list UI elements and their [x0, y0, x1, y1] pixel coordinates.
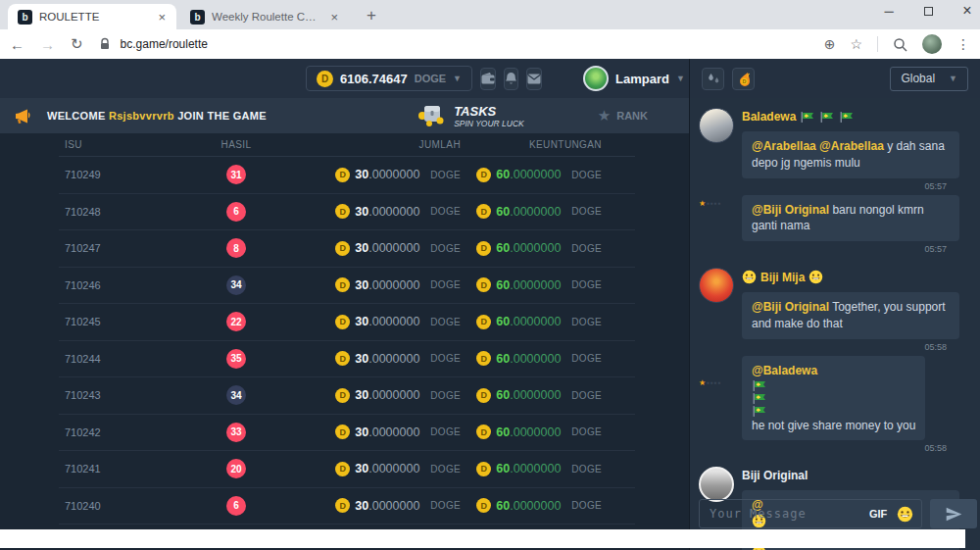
browser-menu-icon[interactable]: ⋮ — [956, 36, 970, 52]
user-mention[interactable]: @Arabellaa — [819, 139, 884, 153]
bookmark-star-icon[interactable]: ☆ — [850, 36, 862, 52]
bcgame-favicon-icon: b — [18, 10, 32, 25]
close-window-button[interactable]: × — [960, 2, 974, 20]
issue-id: 710246 — [59, 279, 192, 291]
table-row[interactable]: 71024233D30.0000000DOGED60.0000000DOGE — [59, 415, 635, 452]
grin-emoji-icon — [742, 270, 757, 284]
doge-coin-icon: D — [317, 71, 333, 87]
chat-messages[interactable]: Baladewa @Arabellaa @Arabellaa y dah san… — [690, 98, 980, 550]
flag-emoji-icon — [800, 111, 815, 124]
chat-username[interactable]: Biji Original — [742, 469, 972, 482]
search-icon[interactable] — [893, 37, 907, 52]
chat-message[interactable]: @Biji Original Together, you support and… — [742, 292, 972, 339]
user-mention[interactable]: @Baladewa — [752, 364, 817, 377]
chat-message[interactable]: @Baladewa he not give share money to you… — [742, 356, 972, 441]
doge-coin-icon: D — [335, 351, 350, 366]
header-amount: JUMLAH — [280, 139, 466, 150]
welcome-message: WELCOME Rsjsbvvrvrb JOIN THE GAME — [47, 110, 267, 122]
address-bar[interactable]: bc.game/roulette — [99, 37, 824, 51]
chat-username[interactable]: Biji Mija — [742, 270, 972, 284]
tab-weekly-challenge[interactable]: b Weekly Roulette Challenge - Win × — [180, 4, 349, 29]
forward-icon[interactable]: → — [40, 36, 55, 53]
table-row[interactable]: 7102406D30.0000000DOGED60.0000000DOGE — [59, 488, 635, 525]
bet-amount: D30.0000000DOGE — [335, 315, 466, 329]
profit-amount: D60.0000000DOGE — [476, 241, 635, 256]
user-avatar — [583, 66, 609, 91]
gif-button[interactable]: GIF — [869, 508, 887, 520]
emoji-picker-button[interactable] — [897, 506, 913, 523]
flag-emoji-icon — [839, 111, 855, 124]
table-row[interactable]: 71024334D30.0000000DOGED60.0000000DOGE — [59, 377, 635, 415]
table-row[interactable]: 71024120D30.0000000DOGED60.0000000DOGE — [59, 451, 635, 488]
message-timestamp: 05:57 — [924, 181, 947, 191]
chat-avatar[interactable] — [699, 467, 734, 502]
doge-coin-icon: D — [476, 388, 491, 403]
close-tab-icon[interactable]: × — [155, 10, 169, 25]
browser-navbar: ← → ↻ bc.game/roulette ⊕ ☆ ⋮ — [0, 29, 980, 59]
flag-emoji-icon — [752, 379, 767, 392]
table-row[interactable]: 7102486D30.0000000DOGED60.0000000DOGE — [59, 194, 635, 231]
tab-roulette[interactable]: b ROULETTE × — [8, 4, 176, 29]
table-row[interactable]: 71024634D30.0000000DOGED60.0000000DOGE — [59, 268, 635, 305]
balance-amount: 6106.74647 — [340, 72, 408, 86]
chat-avatar[interactable] — [699, 108, 734, 143]
chat-message[interactable]: @Biji Original baru nongol kmrn ganti na… — [742, 195, 972, 242]
user-mention[interactable]: @Biji Original — [752, 300, 829, 314]
maximize-button[interactable] — [921, 4, 935, 19]
chat-avatar[interactable] — [699, 268, 734, 303]
smiley-emoji-icon — [897, 506, 913, 523]
rank-star-icon: ★ — [598, 107, 611, 125]
issue-id: 710241 — [59, 463, 192, 475]
message-bubble: @Baladewa he not give share money to you — [742, 356, 925, 441]
treasure-chest-icon — [416, 103, 446, 128]
plus-circle-icon[interactable]: ⊕ — [824, 36, 836, 52]
chat-message-input[interactable] — [700, 507, 869, 521]
user-mention[interactable]: @Biji Original — [752, 203, 829, 217]
rank-shortcut[interactable]: ★ RANK — [598, 107, 648, 125]
send-plane-icon — [946, 507, 962, 522]
issue-id: 710244 — [59, 353, 192, 365]
tab-title: Weekly Roulette Challenge - Win — [212, 11, 321, 23]
back-icon[interactable]: ← — [10, 36, 24, 53]
notifications-button[interactable] — [504, 68, 518, 90]
tasks-shortcut[interactable]: TASKS SPIN YOUR LUCK — [416, 103, 524, 128]
tasks-subtitle: SPIN YOUR LUCK — [454, 119, 524, 128]
balance-selector[interactable]: D 6106.74647 DOGE ▼ — [306, 66, 472, 91]
profit-amount: D60.0000000DOGE — [476, 168, 635, 182]
profit-amount: D60.0000000DOGE — [476, 425, 635, 439]
profit-amount: D60.0000000DOGE — [476, 277, 635, 292]
chat-username-text: Biji Mija — [760, 271, 805, 284]
tab-strip: b ROULETTE × b Weekly Roulette Challenge… — [0, 0, 980, 29]
chat-username[interactable]: Baladewa — [742, 110, 972, 124]
chat-message[interactable]: @Arabellaa @Arabellaa y dah sana depo jg… — [742, 131, 972, 178]
profit-amount: D60.0000000DOGE — [476, 351, 635, 366]
bet-amount: D30.0000000DOGE — [335, 168, 466, 182]
user-mention[interactable]: @Arabellaa — [752, 139, 816, 153]
user-menu[interactable]: Lampard ▼ — [583, 66, 685, 91]
send-message-button[interactable] — [930, 499, 977, 528]
rain-button[interactable] — [702, 68, 724, 90]
table-row[interactable]: 71024435D30.0000000DOGED60.0000000DOGE — [59, 341, 635, 378]
page-bottom-whitespace — [0, 529, 965, 548]
chat-room-label: Global — [901, 72, 935, 85]
chat-room-selector[interactable]: Global ▼ — [890, 67, 968, 91]
doge-coin-icon: D — [335, 388, 350, 403]
wallet-button[interactable] — [480, 68, 496, 90]
new-tab-button[interactable]: + — [359, 6, 384, 25]
mail-icon — [527, 74, 541, 84]
table-row[interactable]: 71024931D30.0000000DOGED60.0000000DOGE — [59, 157, 635, 194]
chat-input-box[interactable]: GIF — [699, 499, 922, 528]
chat-username-text: Biji Original — [742, 469, 808, 482]
close-tab-icon[interactable]: × — [327, 10, 341, 25]
messages-button[interactable] — [526, 68, 542, 90]
result-badge: 34 — [226, 275, 246, 295]
coin-drop-button[interactable]: D — [732, 68, 755, 90]
result-badge: 6 — [226, 496, 246, 516]
table-row[interactable]: 71024522D30.0000000DOGED60.0000000DOGE — [59, 304, 635, 341]
table-row[interactable]: 7102478D30.0000000DOGED60.0000000DOGE — [59, 230, 635, 268]
refresh-icon[interactable]: ↻ — [71, 35, 83, 53]
issue-id: 710245 — [59, 316, 192, 327]
doge-coin-icon: D — [476, 351, 491, 366]
browser-profile-avatar[interactable] — [922, 34, 942, 54]
minimize-button[interactable]: ─ — [882, 4, 896, 19]
